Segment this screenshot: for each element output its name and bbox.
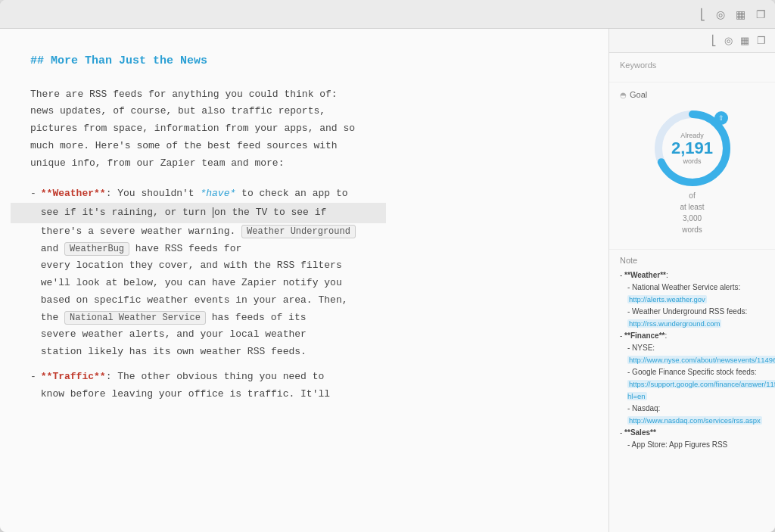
image-icon[interactable]: ▦ xyxy=(736,8,745,20)
goal-label: ◓ Goal xyxy=(620,90,647,99)
note-label: Note xyxy=(620,256,764,265)
weather-text-13: severe weather alerts, and your local we… xyxy=(41,328,307,340)
weather-text-8: every location they cover, and with the … xyxy=(41,260,342,271)
text-cursor xyxy=(213,207,213,218)
note-google-finance: - Google Finance Specific stock feeds: h… xyxy=(620,366,764,403)
titlebar: ⎣ ◎ ▦ ❐ xyxy=(0,0,775,29)
note-weather-header: - **Weather**: xyxy=(620,269,764,282)
weather-text-5: there's a severe weather warning. xyxy=(41,226,241,237)
keywords-label: Keywords xyxy=(620,61,764,70)
tag-icon[interactable]: ⎣ xyxy=(700,8,705,20)
weather-text-7: have RSS feeds for xyxy=(129,243,241,254)
sidebar-tag-icon[interactable]: ⎣ xyxy=(711,35,717,46)
keywords-section: Keywords xyxy=(609,53,775,82)
goal-section: ◓ Goal Already 2,191 words xyxy=(609,82,775,250)
app-window: ⎣ ◎ ▦ ❐ ## More Than Just the News There… xyxy=(0,0,775,532)
weather-text-10: based on specific weather events in your… xyxy=(41,294,348,306)
goal-sub-text: of at least 3,000 words xyxy=(620,190,764,235)
goal-circle-container: Already 2,191 words ⇧ of at least 3,000 … xyxy=(620,107,764,235)
fullscreen-icon[interactable]: ❐ xyxy=(756,8,766,20)
list-bullet-traffic: - xyxy=(30,369,36,403)
national-weather-service-code[interactable]: National Weather Service xyxy=(64,311,206,325)
sidebar-image-icon[interactable]: ▦ xyxy=(740,35,749,46)
weather-text-11: the xyxy=(41,312,64,323)
highlighted-line: see if it's raining, or turn on the TV t… xyxy=(11,203,386,223)
document-heading: ## More Than Just the News xyxy=(30,51,578,71)
editor-pane[interactable]: ## More Than Just the News There are RSS… xyxy=(0,29,608,532)
note-sales-header: - **Sales** xyxy=(620,427,764,439)
weather-text-12: has feeds of its xyxy=(206,312,307,323)
note-wu-feeds: - Weather Underground RSS feeds: http://… xyxy=(620,306,764,330)
note-finance-header: - **Finance**: xyxy=(620,330,764,342)
sidebar-toolbar: ⎣ ◎ ▦ ❐ xyxy=(609,29,775,53)
weather-underground-code[interactable]: Weather Underground xyxy=(241,225,356,238)
right-sidebar: ⎣ ◎ ▦ ❐ Keywords ◓ Goal xyxy=(608,29,775,532)
note-app-store: - App Store: App Figures RSS xyxy=(620,439,764,451)
list-item-traffic: - **Traffic**: The other obvious thing y… xyxy=(30,369,578,403)
sidebar-fullscreen-icon[interactable]: ❐ xyxy=(757,35,766,46)
note-nasdaq: - Nasdaq: http://www.nasdaq.com/services… xyxy=(620,403,764,427)
traffic-bold-label: **Traffic** xyxy=(41,371,106,382)
weather-italic-have: *have* xyxy=(200,188,235,199)
weather-text-14: station likely has its own weather RSS f… xyxy=(41,346,307,357)
weather-text-4: on the TV to see if xyxy=(214,207,326,218)
body-paragraph: There are RSS feeds for anything you cou… xyxy=(30,86,578,173)
note-content: - **Weather**: - National Weather Servic… xyxy=(620,269,764,451)
sidebar-at-icon[interactable]: ◎ xyxy=(724,35,733,46)
weatherbug-code[interactable]: WeatherBug xyxy=(64,242,129,256)
weather-text-1: : You shouldn't xyxy=(106,188,201,199)
note-nyse: - NYSE: http://www.nyse.com/about/newsev… xyxy=(620,342,764,366)
at-icon[interactable]: ◎ xyxy=(716,8,725,20)
weather-bold-label: **Weather** xyxy=(41,188,106,199)
list-item-traffic-content: **Traffic**: The other obvious thing you… xyxy=(41,369,330,403)
traffic-text-1: : The other obvious thing you need to xyxy=(106,371,325,382)
note-section: Note - **Weather**: - National Weather S… xyxy=(609,250,775,532)
goal-circle: Already 2,191 words ⇧ xyxy=(651,107,734,190)
list-item-weather-content: **Weather**: You shouldn't *have* to che… xyxy=(41,185,356,361)
content-area: ## More Than Just the News There are RSS… xyxy=(0,29,775,532)
goal-words-label: words xyxy=(671,157,713,165)
goal-word-count: 2,191 xyxy=(671,139,713,157)
note-nws-alerts: - National Weather Service alerts: http:… xyxy=(620,282,764,306)
weather-text-3: see if it's raining, or turn xyxy=(41,207,212,218)
list-item-weather: - **Weather**: You shouldn't *have* to c… xyxy=(30,185,578,361)
traffic-text-2: know before leaving your office is traff… xyxy=(41,388,330,400)
weather-text-9: we'll look at below, you can have Zapier… xyxy=(41,277,342,288)
goal-center-text: Already 2,191 words xyxy=(671,132,713,165)
weather-text-6: and xyxy=(41,243,64,254)
share-icon[interactable]: ⇧ xyxy=(714,111,728,125)
weather-text-2: to check an app to xyxy=(235,188,347,199)
